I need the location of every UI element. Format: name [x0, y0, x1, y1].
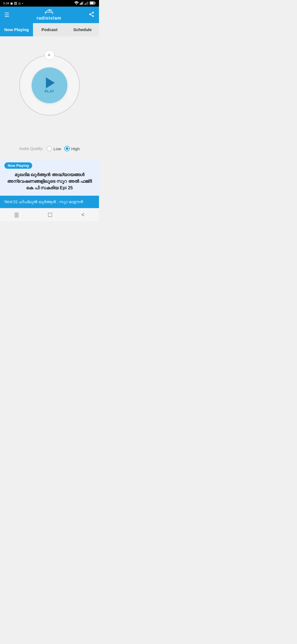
svg-rect-1 — [80, 4, 81, 5]
volume-icon — [45, 50, 54, 60]
svg-rect-7 — [87, 2, 87, 5]
signal2-icon — [85, 1, 89, 5]
status-left: 5:34 ▣ 🖼 ◎ • — [3, 2, 23, 5]
now-playing-badge: Now Playing — [4, 162, 32, 169]
high-radio-button[interactable] — [64, 146, 70, 151]
dot-icon: • — [22, 2, 23, 5]
svg-rect-11 — [90, 2, 94, 4]
menu-button[interactable]: ☰ — [4, 12, 9, 18]
sim-icon: ▣ — [10, 2, 13, 5]
svg-rect-2 — [81, 3, 82, 5]
battery-icon — [90, 1, 96, 5]
play-triangle-icon — [46, 77, 55, 88]
outer-circle: PLAY — [19, 55, 80, 116]
play-button[interactable]: PLAY — [32, 67, 67, 103]
now-playing-section: Now Playing മുഖദിമ ഖുർആൻ അദ്ധ്യായങ്ങൾ അന… — [0, 159, 99, 196]
svg-rect-5 — [85, 4, 86, 5]
tab-schedule[interactable]: Schedule — [66, 23, 99, 36]
svg-point-16 — [89, 13, 91, 15]
svg-point-17 — [92, 15, 94, 17]
logo-text: radioislam — [37, 16, 61, 21]
svg-point-12 — [49, 11, 50, 12]
next-bar: Next:31 ഹിഫ്ലുൽ ഖുർആൻ : സൂറ മാഊൻ — [0, 196, 99, 208]
quality-low-option[interactable]: Low — [46, 146, 61, 151]
player-container: PLAY — [19, 50, 80, 116]
audio-quality-label: Audio Quality: — [19, 146, 43, 151]
header: ☰ radioislam — [0, 7, 99, 23]
instagram-icon: ◎ — [18, 2, 21, 5]
bottom-nav: ||| ☐ < — [0, 208, 99, 221]
signal-icon — [80, 1, 84, 5]
play-label: PLAY — [45, 89, 54, 93]
low-radio-button[interactable] — [46, 146, 52, 151]
quality-high-option[interactable]: High — [64, 146, 80, 151]
now-playing-title: മുഖദിമ ഖുർആൻ അദ്ധ്യായങ്ങൾ അന്വേഷണങ്ങളിലൂ… — [4, 171, 95, 191]
svg-point-0 — [76, 4, 77, 5]
home-button[interactable]: ☐ — [42, 209, 58, 220]
svg-rect-10 — [95, 2, 96, 4]
svg-line-18 — [91, 15, 92, 16]
audio-quality: Audio Quality: Low High — [19, 146, 80, 151]
high-label: High — [71, 146, 80, 151]
logo-icon — [43, 9, 54, 16]
svg-point-15 — [92, 12, 94, 13]
image-icon: 🖼 — [14, 2, 17, 5]
back-button[interactable]: < — [76, 209, 90, 220]
status-bar: 5:34 ▣ 🖼 ◎ • — [0, 0, 99, 7]
svg-rect-3 — [82, 2, 82, 5]
status-time: 5:34 — [3, 2, 9, 5]
svg-line-19 — [91, 13, 92, 14]
share-button[interactable] — [89, 11, 95, 19]
logo: radioislam — [37, 9, 61, 21]
svg-rect-4 — [83, 1, 84, 5]
status-right — [74, 1, 96, 5]
recent-apps-button[interactable]: ||| — [9, 209, 24, 220]
tab-now-playing[interactable]: Now Playing — [0, 23, 33, 36]
tab-podcast[interactable]: Podcast — [33, 23, 66, 36]
wifi-icon — [74, 1, 79, 5]
low-label: Low — [53, 146, 61, 151]
svg-rect-8 — [88, 1, 89, 5]
svg-rect-6 — [86, 3, 87, 5]
main-content: PLAY Audio Quality: Low High — [0, 36, 99, 159]
tabs: Now Playing Podcast Schedule — [0, 23, 99, 36]
next-text: Next:31 ഹിഫ്ലുൽ ഖുർആൻ : സൂറ മാഊൻ — [4, 200, 83, 204]
